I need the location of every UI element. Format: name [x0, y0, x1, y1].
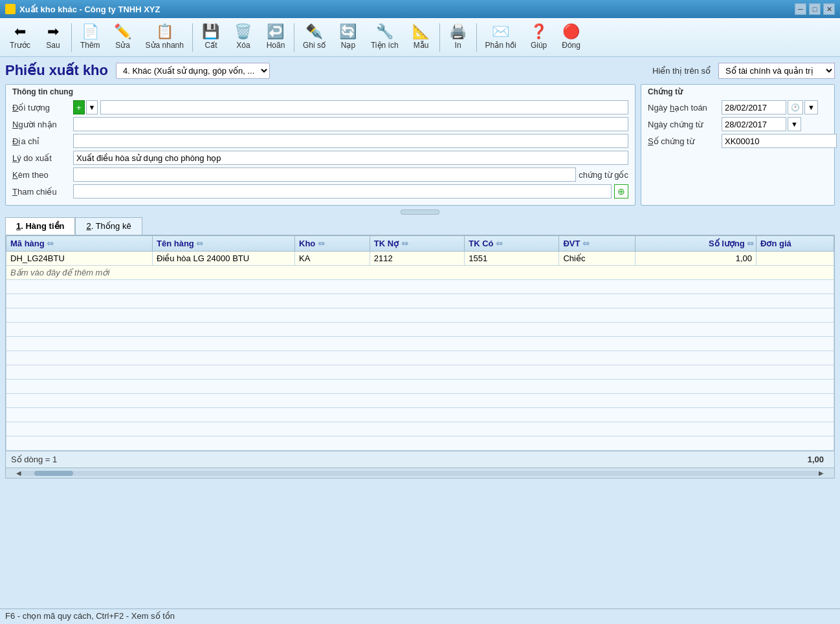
scroll-left-arrow[interactable]: ◀ — [16, 469, 21, 477]
ngay-chung-tu-input[interactable] — [722, 117, 786, 131]
table-header-row: Mã hàng ⇔ Tên hàng ⇔ Kho ⇔ TK Nợ ⇔ — [6, 236, 834, 252]
col-resize-dvt[interactable]: ⇔ — [582, 239, 588, 248]
footer-row: Số dòng = 1 1,00 — [5, 451, 835, 468]
cell-ma-hang: DH_LG24BTU — [6, 252, 153, 266]
header-row: Phiếu xuất kho 4. Khác (Xuất sử dụng, gó… — [5, 62, 835, 79]
kem-theo-input[interactable] — [73, 167, 576, 182]
ngay-chung-tu-row: Ngày chứng từ ▼ — [648, 117, 828, 131]
col-resize-so-luong[interactable]: ⇔ — [747, 239, 752, 248]
edit-icon: ✏️ — [114, 25, 131, 39]
toolbar-template-button[interactable]: 📐 Mẫu — [406, 21, 437, 54]
doi-tuong-controls: + ▼ — [73, 100, 98, 114]
cell-so-luong: 1,00 — [635, 252, 756, 266]
template-icon: 📐 — [412, 25, 430, 39]
ngay-hach-toan-clock-button[interactable]: 🕐 — [788, 100, 803, 114]
toolbar-utilities-button[interactable]: 🔧 Tiện ích — [365, 21, 404, 54]
empty-row-1 — [6, 280, 834, 294]
ngay-hach-toan-row: Ngày hạch toán 🕐 ▼ — [648, 100, 828, 114]
scroll-right-arrow[interactable]: ▶ — [819, 469, 824, 477]
add-icon: 📄 — [82, 25, 99, 39]
toolbar-sep-3 — [294, 23, 294, 52]
ngay-chung-tu-cal-button[interactable]: ▼ — [788, 117, 801, 131]
doi-tuong-add-button[interactable]: + — [73, 100, 85, 114]
nguoi-nhan-input[interactable] — [73, 117, 628, 131]
toolbar-edit-button[interactable]: ✏️ Sửa — [107, 21, 138, 54]
title-bar: Xuất kho khác - Công ty TNHH XYZ ─ □ ✕ — [0, 0, 840, 18]
toolbar-cancel-button[interactable]: ↩️ Hoãn — [260, 21, 291, 54]
toolbar-post-button[interactable]: ✒️ Ghi số — [297, 21, 331, 54]
toolbar-close-button[interactable]: 🔴 Đóng — [556, 21, 587, 54]
cell-kho: KA — [295, 252, 370, 266]
col-kho: Kho ⇔ — [295, 236, 370, 252]
type-dropdown[interactable]: 4. Khác (Xuất sử dụng, góp vốn, ... — [116, 63, 270, 79]
toolbar-sep-5 — [476, 23, 477, 52]
table-container: Mã hàng ⇔ Tên hàng ⇔ Kho ⇔ TK Nợ ⇔ — [5, 235, 835, 451]
empty-row-8 — [6, 380, 834, 394]
ngay-hach-toan-cal-button[interactable]: ▼ — [804, 100, 818, 114]
quick-edit-icon: 📋 — [156, 25, 173, 39]
col-so-luong: Số lượng ⇔ — [635, 236, 756, 252]
so-chung-tu-label: Số chứng từ — [648, 136, 719, 146]
doi-tuong-dropdown-button[interactable]: ▼ — [86, 100, 98, 114]
toolbar-help-button[interactable]: ❓ Giúp — [524, 21, 555, 54]
doi-tuong-input[interactable] — [100, 100, 628, 114]
toolbar-save-button[interactable]: 💾 Cất — [195, 21, 227, 54]
tab-thong-ke[interactable]: 2. Thống kê — [75, 217, 142, 235]
empty-row-10 — [6, 408, 834, 422]
col-dvt: ĐVT ⇔ — [559, 236, 636, 252]
toolbar-cancel-label: Hoãn — [267, 41, 285, 50]
dia-chi-input[interactable] — [73, 134, 628, 148]
thong-tin-chung-section: Thông tin chung Đối tượng + ▼ Người nhận… — [5, 84, 636, 206]
sync-icon: 🔄 — [339, 25, 357, 39]
cell-tk-no: 2112 — [370, 252, 464, 266]
close-window-button[interactable]: ✕ — [823, 3, 835, 15]
toolbar-sep-1 — [71, 23, 72, 52]
toolbar-forward-button[interactable]: ➡ Sau — [38, 21, 69, 54]
toolbar-back-button[interactable]: ⬅ Trước — [4, 21, 36, 54]
minimize-button[interactable]: ─ — [795, 3, 806, 15]
doi-tuong-row: Đối tượng + ▼ — [12, 100, 628, 114]
col-resize-tk-no[interactable]: ⇔ — [401, 239, 406, 248]
back-icon: ⬅ — [14, 25, 26, 39]
empty-row-11 — [6, 422, 834, 436]
toolbar-print-button[interactable]: 🖨️ In — [443, 21, 474, 54]
table-row[interactable]: DH_LG24BTU Điều hòa LG 24000 BTU KA 2112… — [6, 252, 834, 266]
horizontal-scrollbar[interactable]: ◀ ▶ — [5, 468, 835, 479]
scroll-thumb[interactable] — [401, 210, 439, 215]
scrollbar-track[interactable] — [21, 471, 819, 476]
add-row[interactable]: Bấm vào đây để thêm mới — [6, 266, 834, 280]
dia-chi-label: Địa chỉ — [12, 136, 71, 146]
scrollbar-thumb[interactable] — [34, 471, 73, 476]
col-resize-ten-hang[interactable]: ⇔ — [196, 239, 201, 248]
ly-do-xuat-label: Lý do xuất — [12, 153, 71, 163]
window-title: Xuất kho khác - Công ty TNHH XYZ — [19, 5, 160, 14]
ngay-hach-toan-controls: 🕐 ▼ — [722, 100, 818, 114]
col-resize-ma-hang[interactable]: ⇔ — [47, 239, 52, 248]
col-resize-kho[interactable]: ⇔ — [318, 239, 323, 248]
tham-chieu-input[interactable] — [73, 184, 612, 199]
tham-chieu-add-button[interactable]: ⊕ — [614, 184, 628, 199]
empty-row-3 — [6, 308, 834, 323]
maximize-button[interactable]: □ — [809, 3, 821, 15]
ngay-hach-toan-input[interactable] — [722, 100, 786, 114]
so-chung-tu-input[interactable] — [722, 134, 837, 148]
col-resize-tk-co[interactable]: ⇔ — [496, 239, 501, 248]
empty-row-4 — [6, 323, 834, 337]
toolbar-feedback-button[interactable]: ✉️ Phản hồi — [480, 21, 522, 54]
toolbar-add-button[interactable]: 📄 Thêm — [74, 21, 106, 54]
toolbar-quick-edit-button[interactable]: 📋 Sửa nhanh — [140, 21, 190, 54]
empty-row-6 — [6, 351, 834, 365]
ly-do-xuat-input[interactable] — [73, 151, 628, 165]
empty-row-9 — [6, 394, 834, 408]
toolbar-edit-label: Sửa — [115, 41, 130, 50]
utilities-icon: 🔧 — [376, 25, 393, 39]
toolbar-delete-button[interactable]: 🗑️ Xóa — [228, 21, 259, 54]
app-icon — [5, 4, 16, 14]
display-dropdown[interactable]: Sổ tài chính và quản trị — [718, 63, 835, 79]
post-icon: ✒️ — [305, 25, 323, 39]
cell-tk-co: 1551 — [465, 252, 559, 266]
delete-icon: 🗑️ — [234, 25, 252, 39]
toolbar-sync-button[interactable]: 🔄 Nạp — [333, 21, 364, 54]
col-tk-no: TK Nợ ⇔ — [370, 236, 464, 252]
tab-hang-tien[interactable]: 1. Hàng tiền — [5, 217, 75, 235]
